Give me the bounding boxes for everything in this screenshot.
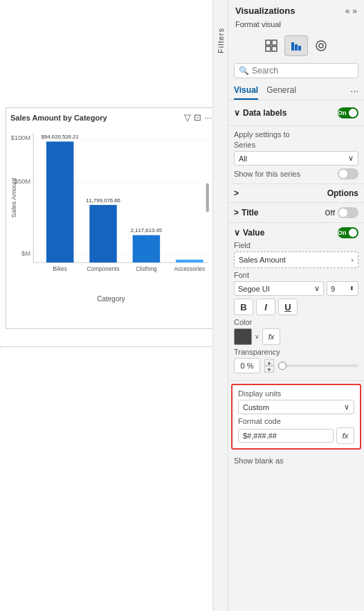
title-section: > Title Off <box>228 203 364 223</box>
transparency-spinner: ▲ ▼ <box>264 359 274 373</box>
underline-button[interactable]: U <box>278 299 298 315</box>
data-labels-label: Data labels <box>243 108 286 118</box>
value-label: Value <box>243 228 264 238</box>
svg-rect-26 <box>295 44 298 51</box>
transparency-down-btn[interactable]: ▼ <box>264 366 274 373</box>
value-toggle[interactable]: On <box>338 227 358 238</box>
data-labels-toggle-label: On <box>338 109 347 116</box>
analytics-viz-icon-btn[interactable] <box>309 35 333 56</box>
italic-button[interactable]: I <box>256 299 275 315</box>
dotted-divider <box>0 346 228 347</box>
svg-text:11,799,076.66: 11,799,076.66 <box>86 197 120 204</box>
title-toggle[interactable] <box>338 207 358 218</box>
font-label: Font <box>234 271 358 279</box>
display-units-chevron: ∨ <box>344 402 349 411</box>
svg-text:Bikes: Bikes <box>53 265 67 272</box>
font-size-dropdown[interactable]: 9 ⬍ <box>327 281 358 296</box>
title-chevron-right: > <box>234 208 239 218</box>
data-labels-section: ∨ Data labels On <box>228 103 364 126</box>
svg-point-28 <box>316 41 326 51</box>
value-header[interactable]: ∨ Value On <box>234 227 358 238</box>
svg-text:Components: Components <box>87 265 120 272</box>
color-chevron-icon[interactable]: ∨ <box>255 333 260 340</box>
expand-icon[interactable]: ⊡ <box>194 112 201 123</box>
search-box[interactable]: 🔍 <box>234 63 358 78</box>
filters-sidebar[interactable]: Filters <box>212 0 228 611</box>
transparency-up-btn[interactable]: ▲ <box>264 359 274 366</box>
tab-general[interactable]: General <box>266 82 296 100</box>
svg-rect-22 <box>272 40 277 45</box>
transparency-slider-track[interactable] <box>278 364 358 367</box>
tab-visual[interactable]: Visual <box>234 82 258 100</box>
search-input[interactable] <box>252 66 354 76</box>
bar-chart-viz-icon-btn[interactable] <box>284 35 308 56</box>
color-row: ∨ fx <box>234 328 358 345</box>
format-code-fx-button[interactable]: fx <box>336 427 354 444</box>
format-code-input[interactable] <box>238 429 334 443</box>
svg-point-29 <box>319 44 323 48</box>
options-label: Options <box>327 188 358 198</box>
text-format-row: B I U <box>234 299 358 315</box>
tab-more-icon[interactable]: ··· <box>350 82 358 100</box>
viz-panel-title: Visualizations <box>235 6 295 16</box>
show-for-series-toggle[interactable] <box>338 168 358 179</box>
bold-button[interactable]: B <box>234 299 253 315</box>
format-visual-label: Format visual <box>228 19 364 33</box>
svg-text:$100M: $100M <box>11 134 31 141</box>
title-toggle-off-label: Off <box>325 209 335 217</box>
more-icon[interactable]: ··· <box>204 112 212 123</box>
field-value-input[interactable]: Sales Amount › <box>234 251 358 268</box>
series-label: Series <box>234 141 358 149</box>
viz-icons-row <box>228 33 364 60</box>
font-name-value: Segoe UI <box>238 285 270 293</box>
svg-rect-21 <box>266 40 271 45</box>
svg-text:Clothing: Clothing <box>136 265 157 272</box>
series-value: All <box>239 154 247 163</box>
show-for-series-row: Show for this series <box>234 168 358 179</box>
show-blank-as-section: Show blank as <box>228 452 364 469</box>
svg-text:Accessories: Accessories <box>174 265 205 272</box>
grid-viz-icon-btn[interactable] <box>260 35 283 56</box>
color-fx-button[interactable]: fx <box>262 328 280 345</box>
chart-container: Sales Amount by Category ▽ ⊡ ··· $100M $… <box>6 107 217 329</box>
font-size-value: 9 <box>331 285 335 293</box>
collapse-left-icon[interactable]: « <box>345 6 350 16</box>
series-chevron-icon: ∨ <box>348 154 354 163</box>
chart-title-icons: ▽ ⊡ ··· <box>184 112 212 123</box>
font-name-dropdown[interactable]: Segoe UI ∨ <box>234 281 324 296</box>
svg-rect-20 <box>206 184 209 213</box>
svg-rect-13 <box>133 235 160 262</box>
svg-text:2,117,613.45: 2,117,613.45 <box>131 227 162 233</box>
svg-rect-23 <box>266 46 271 51</box>
transparency-label: Transparency <box>234 348 358 356</box>
show-for-series-label: Show for this series <box>234 170 300 178</box>
transparency-slider-thumb[interactable] <box>278 362 286 370</box>
color-swatch[interactable] <box>234 328 252 345</box>
field-value-text: Sales Amount <box>239 256 286 264</box>
display-units-dropdown[interactable]: Custom ∨ <box>238 400 354 414</box>
svg-rect-15 <box>176 260 203 263</box>
svg-text:$M: $M <box>21 250 30 257</box>
svg-rect-25 <box>291 42 294 51</box>
expand-right-icon[interactable]: » <box>352 6 357 16</box>
title-header[interactable]: > Title Off <box>234 207 358 218</box>
filter-icon[interactable]: ▽ <box>184 112 191 123</box>
format-code-row: fx <box>238 427 354 444</box>
display-units-section: Display units Custom ∨ Format code fx <box>231 384 361 450</box>
data-labels-header[interactable]: ∨ Data labels On <box>234 107 358 118</box>
color-label: Color <box>234 318 358 326</box>
viz-header-icons: « » <box>345 6 357 16</box>
search-icon: 🔍 <box>239 66 249 76</box>
options-header[interactable]: > Options <box>234 188 358 198</box>
series-dropdown[interactable]: All ∨ <box>234 151 358 166</box>
field-arrow-icon[interactable]: › <box>351 256 354 264</box>
show-blank-as-label: Show blank as <box>234 457 284 465</box>
options-chevron-right: > <box>234 188 239 198</box>
data-labels-toggle[interactable]: On <box>338 107 358 118</box>
viz-header: Visualizations « » <box>228 0 364 19</box>
svg-text:Sales Amount: Sales Amount <box>10 177 17 218</box>
transparency-input[interactable] <box>234 358 260 373</box>
tabs-row: Visual General ··· <box>228 82 364 100</box>
value-chevron: ∨ <box>234 228 240 238</box>
data-labels-chevron: ∨ <box>234 108 240 118</box>
